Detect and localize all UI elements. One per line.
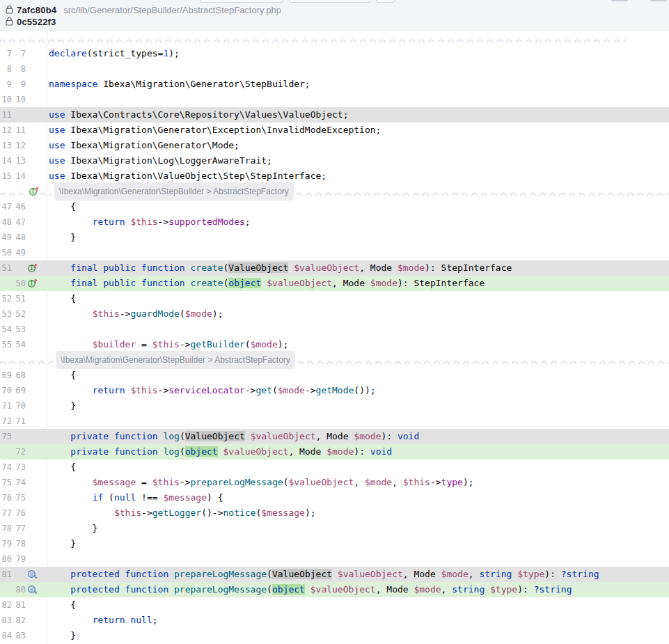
line-number-old: 49: [0, 230, 12, 245]
code-line[interactable]: 4847 return $this->supportedModes;: [0, 214, 669, 230]
code-line[interactable]: 7170 }: [0, 398, 669, 414]
code-line[interactable]: 7675 if (null !== $message) {: [0, 490, 669, 505]
code-line[interactable]: 7776 $this->getLogger()->notice($message…: [0, 505, 669, 521]
diff-body: 77declare(strict_types=1);8899namespace …: [0, 31, 669, 643]
diff-editor[interactable]: 77declare(strict_types=1);8899namespace …: [0, 31, 669, 643]
diff-line-removed[interactable]: 51I final public function create(ValueOb…: [0, 260, 669, 276]
line-number-new: 76: [12, 505, 26, 521]
implements-method-icon[interactable]: I: [27, 278, 38, 289]
wavy-separator: [297, 187, 669, 196]
code-text: protected function prepareLogMessage(Val…: [47, 567, 669, 582]
code-text: use Ibexa\Migration\Generator\Mode;: [47, 138, 669, 153]
line-number-gutter: 8483: [0, 628, 47, 643]
line-number-old: 70: [0, 383, 12, 398]
code-line[interactable]: 1211use Ibexa\Migration\Generator\Except…: [0, 123, 669, 138]
code-text: return $this->serviceLocator->get($mode-…: [47, 383, 669, 398]
code-line[interactable]: 99namespace Ibexa\Migration\Generator\St…: [0, 77, 669, 92]
code-text: private function log(object $valueObject…: [47, 444, 669, 460]
svg-text:@: @: [30, 586, 33, 592]
line-number-old: 73: [0, 429, 12, 444]
implements-method-icon[interactable]: I: [29, 186, 40, 197]
file-path: src/lib/Generator/StepBuilder/AbstractSt…: [63, 5, 281, 15]
diff-line-added[interactable]: 80@ protected function prepareLogMessage…: [0, 582, 669, 597]
line-number-new: 10: [12, 92, 26, 107]
code-text: declare(strict_types=1);: [47, 46, 669, 61]
toolbar-edge: [611, 0, 628, 1]
code-text: return null;: [47, 613, 669, 628]
line-number-old: 7: [0, 46, 12, 61]
line-number-old: 83: [0, 613, 12, 628]
code-line[interactable]: 7574 $message = $this->prepareLogMessage…: [0, 475, 669, 490]
code-line[interactable]: 77declare(strict_types=1);: [0, 46, 669, 61]
collapsed-region-separator: \Ibexa\Migration\Generator\StepBuilder >…: [0, 352, 669, 368]
code-line[interactable]: 7877 }: [0, 521, 669, 536]
line-number-old: 80: [0, 551, 12, 567]
code-text: {: [47, 368, 669, 383]
code-line[interactable]: 5251 {: [0, 291, 669, 306]
diff-header: 7afc80b4 src/lib/Generator/StepBuilder/A…: [0, 0, 669, 31]
code-line[interactable]: 1312use Ibexa\Migration\Generator\Mode;: [0, 138, 669, 153]
diff-line-removed[interactable]: 73 private function log(ValueObject $val…: [0, 429, 669, 444]
line-number-old: 77: [0, 505, 12, 521]
line-number-old: 9: [0, 77, 12, 92]
code-line[interactable]: 5453: [0, 322, 669, 337]
code-text: $this->getLogger()->notice($message);: [47, 505, 669, 521]
svg-text:I: I: [30, 265, 33, 272]
line-number-old: 78: [0, 521, 12, 536]
code-line[interactable]: 7473 {: [0, 460, 669, 475]
code-line[interactable]: 7069 return $this->serviceLocator->get($…: [0, 383, 669, 398]
diff-line-removed[interactable]: 81@ protected function prepareLogMessage…: [0, 567, 669, 582]
line-number-gutter: 1010: [0, 92, 47, 107]
code-line[interactable]: 1413use Ibexa\Migration\Log\LoggerAwareT…: [0, 153, 669, 168]
line-number-new: 74: [12, 475, 26, 490]
implements-method-icon[interactable]: I: [27, 262, 38, 274]
annotated-method-icon[interactable]: @: [27, 569, 38, 580]
line-number-new: 69: [12, 383, 26, 398]
collapsed-region-label[interactable]: \Ibexa\Migration\Generator\StepBuilder >…: [56, 351, 295, 369]
code-line[interactable]: 5554 $builder = $this->getBuilder($mode)…: [0, 337, 669, 352]
collapsed-region-label[interactable]: \Ibexa\Migration\Generator\StepBuilder >…: [54, 182, 294, 201]
line-number-new: 11: [12, 123, 26, 138]
code-line[interactable]: 8079: [0, 551, 669, 567]
line-number-gutter: 8382: [0, 613, 47, 628]
line-number-new: 53: [12, 322, 26, 337]
wavy-separator: [0, 187, 28, 196]
code-line[interactable]: 5352 $this->guardMode($mode);: [0, 306, 669, 322]
code-text: {: [47, 291, 669, 306]
code-text: if (null !== $message) {: [47, 490, 669, 505]
line-number-old: 48: [0, 214, 12, 230]
code-line[interactable]: 4948 }: [0, 230, 669, 245]
line-number-old: 71: [0, 398, 12, 414]
line-number-old: 72: [0, 414, 12, 429]
line-number-new: 78: [12, 536, 26, 551]
lock-icon: [6, 16, 13, 29]
annotated-method-icon[interactable]: @: [27, 584, 38, 595]
line-number-new: 49: [12, 245, 26, 260]
code-line[interactable]: 7978 }: [0, 536, 669, 551]
line-number-gutter: 73: [0, 429, 47, 444]
code-line[interactable]: 7271: [0, 414, 669, 429]
code-text: }: [47, 536, 669, 551]
line-number-old: 55: [0, 337, 12, 352]
code-line[interactable]: 1010: [0, 92, 669, 107]
code-line[interactable]: 6968 {: [0, 368, 669, 383]
code-text: $this->guardMode($mode);: [47, 306, 669, 322]
line-number-new: 68: [12, 368, 26, 383]
code-line[interactable]: 88: [0, 61, 669, 77]
toolbar-edge: [650, 0, 667, 1]
line-number-old: 8: [0, 61, 12, 77]
code-line[interactable]: 5049: [0, 245, 669, 260]
diff-line-added[interactable]: 50I final public function create(object …: [0, 276, 669, 291]
code-line[interactable]: 1514use Ibexa\Migration\ValueObject\Step…: [0, 168, 669, 184]
line-number-new: 70: [12, 398, 26, 414]
code-line[interactable]: 8483 }: [0, 628, 669, 643]
diff-line-added[interactable]: 72 private function log(object $valueObj…: [0, 444, 669, 460]
code-line[interactable]: 8382 return null;: [0, 613, 669, 628]
diff-line-removed[interactable]: 11use Ibexa\Contracts\Core\Repository\Va…: [0, 107, 669, 123]
code-line[interactable]: 4746 {: [0, 199, 669, 214]
line-number-new: 79: [12, 551, 26, 567]
code-text: private function log(ValueObject $valueO…: [47, 429, 669, 444]
code-line[interactable]: 8281 {: [0, 597, 669, 613]
svg-text:@: @: [30, 571, 33, 577]
line-number-gutter: 7675: [0, 490, 47, 505]
